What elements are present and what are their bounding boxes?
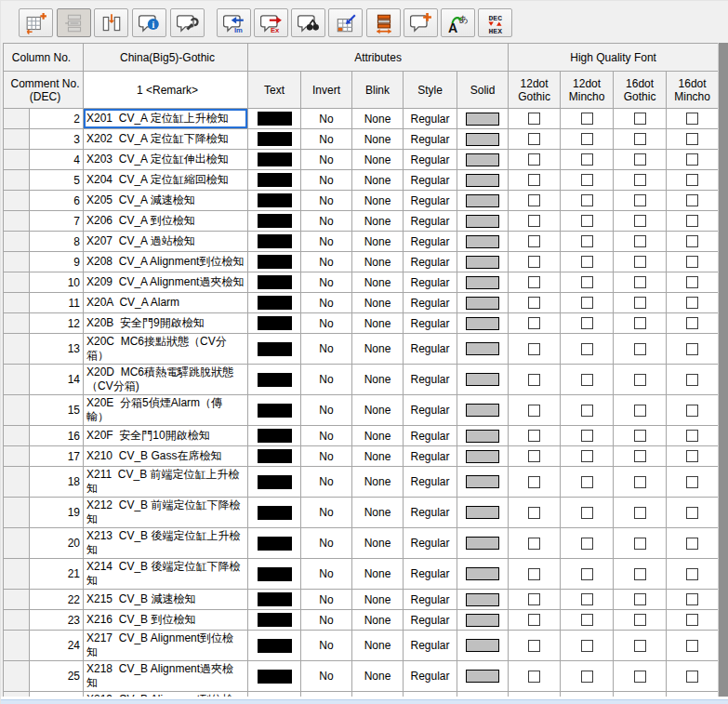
style-cell[interactable]: Regular: [404, 293, 457, 313]
font-12dot-gothic-checkbox[interactable]: [528, 256, 540, 268]
row-selector[interactable]: [4, 129, 30, 150]
invert-cell[interactable]: No: [301, 272, 352, 293]
solid-color-cell[interactable]: [457, 395, 509, 426]
comment-number[interactable]: 10: [30, 272, 84, 293]
font-12dot-gothic-checkbox[interactable]: [528, 297, 540, 309]
solid-color-cell[interactable]: [457, 272, 509, 293]
text-color-cell[interactable]: [248, 365, 301, 395]
solid-color-cell[interactable]: [457, 313, 509, 334]
font-16dot-gothic-checkbox[interactable]: [634, 235, 646, 247]
text-color-cell[interactable]: [248, 395, 301, 426]
text-color-cell[interactable]: [248, 661, 301, 692]
font-12dot-gothic-checkbox[interactable]: [528, 568, 540, 580]
font-16dot-gothic-checkbox[interactable]: [634, 671, 646, 683]
style-cell[interactable]: Regular: [404, 610, 457, 631]
font-16dot-gothic-checkbox[interactable]: [634, 640, 646, 652]
font-12dot-gothic-checkbox[interactable]: [528, 405, 540, 417]
blink-cell[interactable]: None: [352, 293, 404, 313]
comment-text-cell[interactable]: X208 CV_A Alignment到位檢知: [84, 252, 248, 272]
row-selector[interactable]: [4, 498, 30, 528]
comment-number[interactable]: 4: [30, 150, 84, 170]
font-16dot-mincho-checkbox[interactable]: [686, 374, 698, 386]
language-column-header[interactable]: China(Big5)-Gothic: [84, 44, 248, 72]
invert-cell[interactable]: No: [301, 661, 352, 692]
font-16dot-mincho-checkbox[interactable]: [686, 343, 698, 355]
comment-text-cell[interactable]: X211 CV_B 前端定位缸上升檢知: [84, 467, 248, 498]
style-cell[interactable]: Regular: [404, 528, 457, 559]
font-16dot-mincho-checkbox[interactable]: [686, 640, 698, 652]
row-selector[interactable]: [4, 150, 30, 170]
add-comment-button[interactable]: [404, 8, 438, 37]
style-cell[interactable]: Regular: [404, 590, 457, 610]
font-16dot-gothic-checkbox[interactable]: [634, 430, 646, 442]
text-color-cell[interactable]: [248, 528, 301, 559]
comment-text-cell[interactable]: X20B 安全門9開啟檢知: [84, 313, 248, 334]
font-12dot-mincho-checkbox[interactable]: [581, 507, 593, 519]
invert-cell[interactable]: No: [301, 498, 352, 528]
comment-number[interactable]: 3: [30, 129, 84, 150]
column-width-button[interactable]: [94, 8, 128, 37]
invert-cell[interactable]: No: [301, 129, 352, 150]
row-height-button[interactable]: [366, 8, 401, 37]
text-color-cell[interactable]: [248, 559, 301, 590]
invert-cell[interactable]: No: [301, 559, 352, 590]
solid-color-cell[interactable]: [457, 150, 509, 170]
text-color-cell[interactable]: [248, 610, 301, 631]
blink-cell[interactable]: None: [352, 232, 404, 252]
solid-color-cell[interactable]: [457, 661, 509, 692]
font-16dot-mincho-checkbox[interactable]: [686, 153, 698, 166]
font-16dot-mincho-checkbox[interactable]: [686, 450, 698, 462]
font-12dot-mincho-checkbox[interactable]: [581, 215, 593, 227]
font-16dot-mincho-checkbox[interactable]: [686, 317, 698, 329]
comment-settings-button[interactable]: [170, 8, 205, 37]
solid-color-cell[interactable]: [457, 426, 509, 446]
font-12dot-gothic-checkbox[interactable]: [528, 476, 540, 488]
comment-number[interactable]: 16: [30, 426, 84, 446]
font-16dot-gothic-checkbox[interactable]: [634, 405, 646, 417]
font-16dot-mincho-checkbox[interactable]: [686, 297, 698, 309]
font-16dot-gothic-checkbox[interactable]: [634, 317, 646, 329]
font-16dot-gothic-checkbox[interactable]: [634, 113, 646, 125]
row-selector[interactable]: [4, 252, 30, 272]
row-selector[interactable]: [4, 559, 30, 590]
blink-cell[interactable]: None: [352, 467, 404, 498]
comment-number[interactable]: 8: [30, 232, 84, 252]
blink-cell[interactable]: None: [352, 334, 404, 365]
font-12dot-mincho-checkbox[interactable]: [581, 133, 593, 145]
comment-number[interactable]: 5: [30, 170, 84, 191]
comment-text-cell[interactable]: X20E 分箱5偵煙Alarm（傳輸）: [84, 395, 248, 426]
row-selector[interactable]: [4, 211, 30, 232]
invert-cell[interactable]: No: [301, 170, 352, 191]
blink-cell[interactable]: None: [352, 129, 404, 150]
solid-color-cell[interactable]: [457, 170, 509, 191]
style-cell[interactable]: Regular: [404, 109, 457, 129]
font-12dot-gothic-checkbox[interactable]: [528, 671, 540, 683]
font-16dot-gothic-checkbox[interactable]: [634, 614, 646, 626]
blink-cell[interactable]: None: [352, 313, 404, 334]
invert-cell[interactable]: No: [301, 426, 352, 446]
style-cell[interactable]: Regular: [404, 467, 457, 498]
text-color-cell[interactable]: [248, 467, 301, 498]
blink-cell[interactable]: None: [352, 610, 404, 631]
row-selector[interactable]: [4, 661, 30, 692]
invert-cell[interactable]: No: [301, 590, 352, 610]
solid-color-cell[interactable]: [457, 498, 509, 528]
comment-text-cell[interactable]: X218 CV_B Alignment過夾檢知: [84, 661, 248, 692]
invert-cell[interactable]: No: [301, 446, 352, 467]
font-16dot-gothic-checkbox[interactable]: [634, 476, 646, 488]
font-12dot-mincho-checkbox[interactable]: [581, 640, 593, 652]
font-16dot-gothic-checkbox[interactable]: [634, 153, 646, 166]
font-16dot-gothic-checkbox[interactable]: [634, 194, 646, 206]
row-selector[interactable]: [4, 446, 30, 467]
row-selector[interactable]: [4, 293, 30, 313]
blink-cell[interactable]: None: [352, 559, 404, 590]
font-12dot-mincho-checkbox[interactable]: [581, 113, 593, 125]
font-12dot-gothic-checkbox[interactable]: [528, 614, 540, 626]
row-selector[interactable]: [4, 109, 30, 129]
comment-number[interactable]: 25: [30, 661, 84, 692]
style-cell[interactable]: Regular: [404, 313, 457, 334]
font-16dot-gothic-checkbox[interactable]: [634, 297, 646, 309]
font-16dot-gothic-checkbox[interactable]: [634, 133, 646, 145]
text-color-cell[interactable]: [248, 631, 301, 661]
search-comments-button[interactable]: [291, 8, 325, 37]
